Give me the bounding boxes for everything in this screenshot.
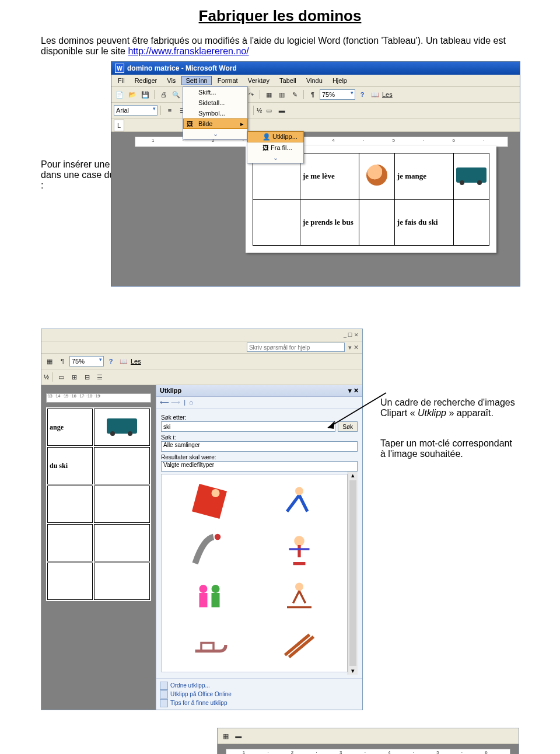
sm-expand-icon[interactable]: ⌄ (247, 153, 303, 163)
dd-symbol[interactable]: Symbol... (183, 108, 247, 118)
search-input[interactable] (161, 421, 335, 432)
thumb-skier-kid[interactable] (257, 528, 341, 570)
frag3-toolbar: ▦ ▬ (218, 728, 519, 744)
save-icon[interactable]: 💾 (139, 89, 151, 100)
cell-bus-img-2 (94, 409, 150, 446)
nav-home-icon[interactable]: ⌂ (189, 399, 193, 406)
ruler-marker-icon: L (114, 120, 124, 131)
sm-frafil[interactable]: 🖼 Fra fil... (247, 142, 303, 153)
merge-icon[interactable]: ⊞ (68, 371, 80, 383)
pilcrow-icon[interactable]: ¶ (307, 89, 318, 100)
half-2: ½ (44, 373, 49, 381)
frag3-ruler-nums: 1 · 2 · 3 · 4 · 5 · 6 · 7 · 8 · 9 · 10 ·… (226, 750, 510, 754)
dd-bilde[interactable]: 🖼 Bilde ▸ (183, 118, 247, 129)
results-scrollbar[interactable]: ▴ ▾ (348, 472, 358, 675)
pane-title-text: Utklipp (160, 387, 181, 395)
intro-paragraph: Les dominos peuvent être fabriqués ou mo… (41, 36, 519, 57)
dd-sidetall[interactable]: Sidetall... (183, 97, 247, 108)
thumb-people[interactable] (167, 576, 251, 618)
menu-tabell[interactable]: Tabell (275, 76, 300, 85)
site-link[interactable]: http://www.fransklaereren.no/ (128, 46, 249, 56)
help-icon-2[interactable]: ? (105, 355, 117, 367)
thumb-skier-2[interactable] (257, 480, 341, 522)
zoom-combo-2[interactable]: 75% (69, 356, 104, 366)
les-label: Les (382, 91, 393, 98)
nav-back-icon[interactable]: ⟵ (160, 399, 169, 406)
table-icon[interactable]: ▦ (263, 89, 275, 100)
bus-clipart-icon (456, 167, 487, 183)
footer-online[interactable]: Utklipp på Office Online (160, 690, 359, 699)
footer-ordne[interactable]: Ordne utklipp... (160, 681, 359, 690)
fill-icon[interactable]: ▬ (276, 104, 288, 116)
intro-text: Les dominos peuvent être fabriqués ou mo… (41, 36, 506, 56)
columns-icon[interactable]: ▥ (276, 89, 288, 100)
preview-icon[interactable]: 🔍 (170, 89, 182, 100)
scroll-down-icon[interactable]: ▾ (348, 667, 358, 675)
align-left-icon[interactable]: ≡ (164, 104, 176, 116)
frag3-docarea: 1 · 2 · 3 · 4 · 5 · 6 · 7 · 8 · 9 · 10 ·… (218, 744, 519, 754)
les-label-2: Les (131, 358, 141, 365)
word-screenshot-3: ▦ ▬ 1 · 2 · 3 · 4 · 5 · 6 · 7 · 8 · 9 · … (217, 728, 519, 754)
new-icon[interactable]: 📄 (114, 89, 125, 100)
split-icon[interactable]: ⊟ (81, 371, 93, 383)
drawing-icon[interactable]: ✎ (289, 89, 300, 100)
frag2-docarea: ·13· ·14· ·15· ·16· ·17· ·18· ·19· ange … (41, 385, 156, 710)
note-cadre-recherche: Un cadre de recherche d'images Clipart «… (380, 397, 519, 418)
border-icon[interactable]: ▭ (263, 104, 275, 116)
open-icon[interactable]: 📂 (127, 89, 138, 100)
footer-tips[interactable]: Tips for å finne utklipp (160, 699, 359, 707)
cell-duski: du ski (47, 447, 93, 484)
mediatype-combo[interactable]: Valgte mediefiltyper (161, 461, 358, 472)
sm-utklipp[interactable]: 👤 Utklipp... (247, 131, 303, 142)
frag2-header: _ ☐ ✕ (41, 329, 362, 341)
scroll-up-icon[interactable]: ▴ (348, 472, 358, 479)
help-search-input[interactable] (247, 343, 345, 352)
read-icon[interactable]: 📖 (369, 89, 381, 100)
menu-rediger[interactable]: Rediger (131, 76, 162, 85)
collections-combo[interactable]: Alle samlinger (161, 441, 358, 452)
note2c: » apparaît. (446, 408, 494, 418)
frag2-domino-table: ange du ski (46, 407, 151, 601)
thumb-skier-3[interactable] (257, 576, 341, 618)
toolbar-1: 📄 📂 💾 🖨 🔍 ✂ ⧉ 📋 ↶ ↷ ▦ ▥ ✎ ¶ 75% ? 📖 Les (111, 87, 520, 103)
thumb-skis[interactable] (257, 624, 341, 666)
cell-ange: ange (47, 409, 93, 446)
tb-icon[interactable]: ▦ (44, 355, 55, 367)
menu-fil[interactable]: Fil (114, 76, 129, 85)
dd-skift[interactable]: Skift... (183, 87, 247, 97)
menu-format[interactable]: Format (214, 76, 242, 85)
thumb-sled[interactable] (167, 624, 251, 666)
svg-point-1 (212, 489, 220, 497)
settinn-dropdown: Skift... Sidetall... Symbol... 🖼 Bilde ▸… (183, 86, 248, 139)
dd-expand-icon[interactable]: ⌄ (183, 129, 247, 139)
menu-hjelp[interactable]: Hjelp (328, 76, 351, 85)
font-combo[interactable]: Arial (114, 105, 158, 116)
thumb-skier-1[interactable] (167, 480, 251, 522)
document-area: 1 · 2 · 3 · 4 · 5 · 6 · 7 · 8 · 9 · 10 ·… (111, 132, 520, 286)
help-icon[interactable]: ? (356, 89, 368, 100)
rows-icon[interactable]: ☰ (94, 371, 106, 383)
zoom-combo[interactable]: 75% (320, 89, 355, 100)
frag3-ruler: 1 · 2 · 3 · 4 · 5 · 6 · 7 · 8 · 9 · 10 ·… (226, 749, 510, 754)
border-drop-icon[interactable]: ▦ (220, 730, 232, 742)
help-close-icon[interactable]: ▾ ✕ (348, 344, 359, 351)
menubar: Fil Rediger Vis Sett inn Format Verktøy … (111, 75, 520, 87)
print-icon[interactable]: 🖨 (158, 89, 169, 100)
read-icon-2[interactable]: 📖 (118, 355, 130, 367)
fromfile-icon: 🖼 (262, 144, 269, 151)
menu-settinn[interactable]: Sett inn (181, 76, 211, 85)
lbl-resultater: Resultater skal være: (161, 454, 358, 460)
toolbar-3: L (111, 118, 520, 132)
menu-verktoy[interactable]: Verktøy (244, 76, 274, 85)
frag2-toolbar-1: ▦ ¶ 75% ? 📖 Les (41, 354, 362, 369)
menu-vindu[interactable]: Vindu (302, 76, 327, 85)
nav-fwd-icon[interactable]: ⟶ (171, 399, 180, 406)
thumb-skijump[interactable] (167, 528, 251, 570)
pilcrow-icon[interactable]: ¶ (57, 355, 68, 367)
border-icon-2[interactable]: ▭ (55, 371, 67, 383)
window-title: domino matrice - Microsoft Word (127, 64, 237, 72)
menu-vis[interactable]: Vis (163, 76, 180, 85)
titlebar: W domino matrice - Microsoft Word (111, 62, 520, 75)
clipart-icon: 👤 (262, 133, 271, 140)
fill-drop-icon[interactable]: ▬ (233, 730, 244, 742)
